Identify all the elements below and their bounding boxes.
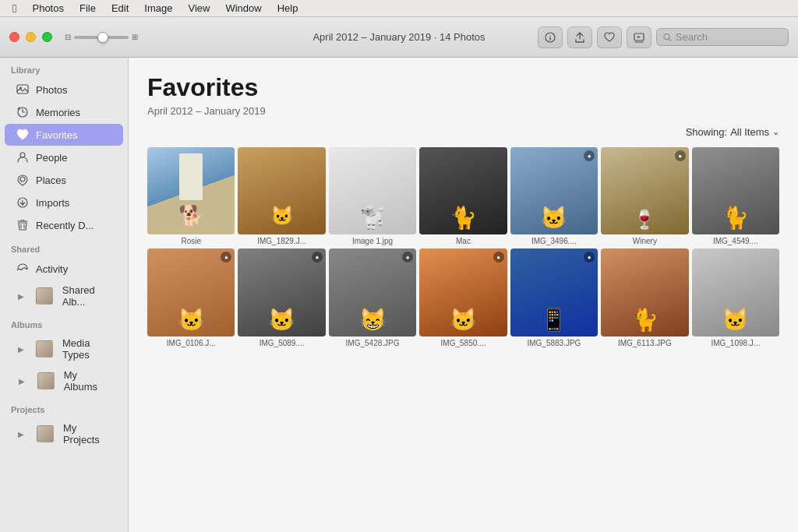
minimize-button[interactable] [26, 32, 36, 42]
my-albums-expand[interactable]: ▶ [16, 375, 28, 387]
sidebar-item-memories[interactable]: Memories [5, 101, 123, 123]
menu-edit[interactable]: Edit [105, 1, 135, 16]
favorite-button[interactable] [597, 26, 622, 48]
traffic-lights [9, 32, 52, 42]
menu-window[interactable]: Window [219, 1, 267, 16]
sidebar-item-imports[interactable]: Imports [5, 192, 123, 213]
photo-label-7: IMG_4549.... [697, 237, 775, 245]
svg-text:i: i [549, 34, 552, 42]
photo-cell-2[interactable]: IMG_1829.J... [238, 147, 325, 245]
photo-thumb-12[interactable]: ● [510, 248, 598, 336]
photo-cell-5[interactable]: ● IMG_3496.... [510, 147, 598, 245]
photo-thumb-10[interactable]: ● 😸 [329, 248, 416, 336]
zoom-thumb[interactable] [97, 32, 108, 43]
slideshow-button[interactable] [627, 26, 651, 48]
sidebar-item-my-projects[interactable]: ▶ My Projects [5, 418, 123, 449]
sidebar-item-my-albums[interactable]: ▶ My Albums [5, 365, 123, 396]
info-icon: i [545, 32, 556, 43]
showing-filter[interactable]: Showing: All Items ⌄ [686, 126, 779, 138]
sidebar: Library Photos Memories Favorites People [0, 58, 129, 532]
photo-cell-12[interactable]: ● IMG_5883.JPG [510, 248, 598, 347]
photo-grid: Rosie IMG_1829.J... Image 1.jpg Mac ● [129, 147, 798, 366]
content-header: Favorites April 2012 – January 2019 [129, 58, 798, 126]
sidebar-item-favorites[interactable]: Favorites [5, 124, 123, 146]
sidebar-item-recently-deleted[interactable]: Recently D... [5, 214, 123, 236]
photo-thumb-1[interactable] [147, 147, 235, 234]
sidebar-item-shared-albums[interactable]: ▶ Shared Alb... [5, 280, 123, 312]
photo-label-12: IMG_5883.JPG [515, 339, 593, 347]
photo-label-1: Rosie [152, 237, 230, 245]
media-types-expand[interactable]: ▶ [16, 343, 26, 355]
svg-line-4 [669, 38, 671, 41]
sidebar-label-imports: Imports [36, 197, 69, 209]
menu-photos[interactable]: Photos [26, 1, 69, 16]
sidebar-label-activity: Activity [36, 263, 68, 275]
sidebar-item-photos[interactable]: Photos [5, 79, 123, 100]
sidebar-item-activity[interactable]: Activity [5, 258, 123, 280]
shared-albums-expand[interactable]: ▶ [16, 290, 26, 302]
search-bar[interactable] [656, 28, 789, 46]
menu-image[interactable]: Image [138, 1, 178, 16]
photo-cell-3[interactable]: Image 1.jpg [329, 147, 416, 245]
projects-section-label: Projects [0, 397, 128, 417]
photo-thumb-7[interactable] [692, 147, 779, 234]
trash-icon [16, 218, 30, 232]
media-types-thumb [36, 340, 53, 358]
showing-value: All Items [730, 126, 769, 138]
photo-cell-4[interactable]: Mac [419, 147, 507, 245]
photo-badge-8: ● [221, 252, 231, 262]
apple-menu[interactable]:  [6, 0, 23, 16]
photo-thumb-5[interactable]: ● [510, 147, 598, 234]
photo-label-3: Image 1.jpg [334, 237, 411, 245]
places-icon [16, 173, 30, 187]
photo-thumb-8[interactable]: ● 🐱 [147, 248, 235, 336]
photo-cell-10[interactable]: ● 😸 IMG_5428.JPG [329, 248, 416, 347]
slideshow-icon [634, 32, 644, 43]
search-input[interactable] [676, 31, 782, 43]
maximize-button[interactable] [42, 32, 52, 42]
photo-cell-14[interactable]: IMG_1098.J... [692, 248, 779, 347]
photo-thumb-14[interactable] [692, 248, 779, 336]
photo-label-13: IMG_6113.JPG [606, 339, 683, 347]
sidebar-label-places: Places [36, 174, 66, 186]
shared-albums-thumb [36, 287, 53, 305]
titlebar-controls: i [538, 26, 789, 48]
sidebar-item-media-types[interactable]: ▶ Media Types [5, 333, 123, 365]
memories-icon [16, 105, 30, 119]
photo-cell-6[interactable]: ● Winery [601, 147, 688, 245]
info-button[interactable]: i [538, 26, 563, 48]
menu-help[interactable]: Help [271, 1, 305, 16]
titlebar-title: April 2012 – January 2019 · 14 Photos [312, 31, 485, 43]
photo-cell-11[interactable]: ● IMG_5850.... [419, 248, 507, 347]
zoom-out-icon: ⊟ [65, 33, 71, 41]
photo-badge-5: ● [584, 150, 595, 161]
content-subtitle: April 2012 – January 2019 [147, 105, 779, 117]
zoom-track[interactable] [74, 36, 129, 39]
close-button[interactable] [9, 32, 19, 42]
photo-cell-8[interactable]: ● 🐱 IMG_0106.J... [147, 248, 235, 347]
photo-cell-9[interactable]: ● IMG_5089.... [238, 248, 325, 347]
app-body: Library Photos Memories Favorites People [0, 58, 798, 532]
titlebar: ⊟ ⊞ April 2012 – January 2019 · 14 Photo… [0, 17, 798, 58]
sidebar-item-people[interactable]: People [5, 146, 123, 168]
photo-cell-7[interactable]: IMG_4549.... [692, 147, 779, 245]
sidebar-item-places[interactable]: Places [5, 169, 123, 191]
menu-file[interactable]: File [73, 1, 102, 16]
photo-thumb-13[interactable] [601, 248, 688, 336]
my-projects-expand[interactable]: ▶ [16, 428, 27, 440]
photo-thumb-6[interactable]: ● [601, 147, 688, 234]
photo-thumb-2[interactable] [238, 147, 325, 234]
photo-badge-6: ● [675, 150, 686, 161]
photo-cell-13[interactable]: IMG_6113.JPG [601, 248, 688, 347]
photo-thumb-4[interactable] [419, 147, 507, 234]
photo-badge-11: ● [493, 252, 504, 262]
menu-view[interactable]: View [182, 1, 216, 16]
share-button[interactable] [567, 26, 592, 48]
photo-thumb-11[interactable]: ● [419, 248, 507, 336]
svg-rect-5 [17, 85, 28, 93]
photo-thumb-9[interactable]: ● [238, 248, 325, 336]
photo-cell-1[interactable]: Rosie [147, 147, 235, 245]
photo-label-6: Winery [606, 237, 683, 245]
svg-point-9 [20, 177, 25, 181]
photo-thumb-3[interactable] [329, 147, 416, 234]
